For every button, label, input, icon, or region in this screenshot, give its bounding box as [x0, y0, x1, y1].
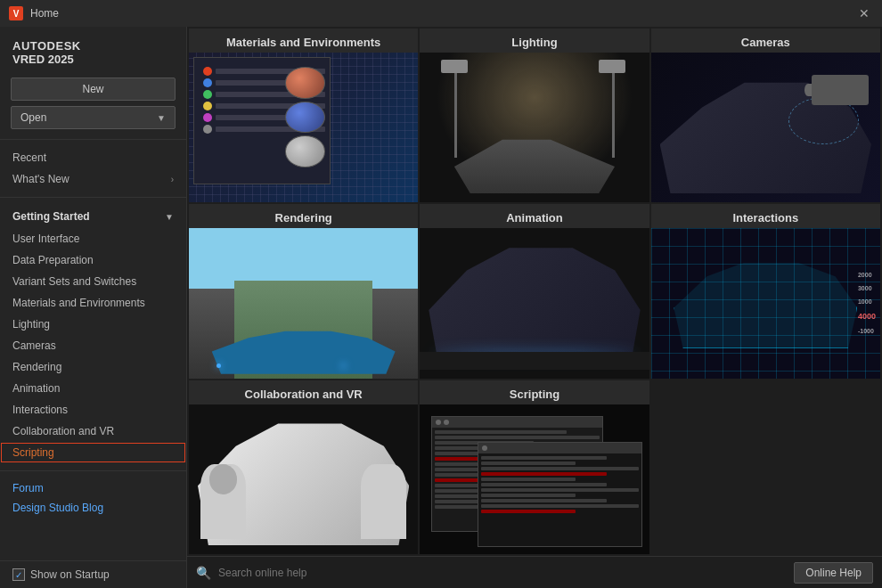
card-lighting-title: Lighting	[420, 29, 649, 53]
card-cameras[interactable]: Cameras	[651, 29, 880, 202]
collaboration-robot-left	[200, 464, 246, 539]
rendering-lights	[216, 363, 221, 368]
sidebar-item-rendering[interactable]: Rendering	[0, 356, 186, 378]
card-rendering-image	[189, 228, 418, 378]
open-label: Open	[20, 111, 46, 124]
sidebar-item-cameras[interactable]: Cameras	[0, 335, 186, 356]
card-rendering[interactable]: Rendering	[189, 204, 418, 378]
sidebar-item-collaboration[interactable]: Collaboration and VR	[0, 421, 186, 442]
company-name: AUTODESK	[12, 39, 174, 53]
light-stand-right	[612, 60, 615, 157]
sidebar-item-data-preparation[interactable]: Data Preparation	[0, 249, 186, 271]
close-button[interactable]: ✕	[855, 4, 873, 22]
animation-car	[429, 237, 640, 369]
forum-link[interactable]: Forum	[0, 478, 186, 498]
camera-device-icon	[812, 75, 869, 105]
card-animation[interactable]: Animation	[420, 204, 649, 378]
collaboration-robot-right	[361, 464, 406, 539]
show-on-startup-label: Show on Startup	[30, 568, 110, 581]
card-interactions-title: Interactions	[651, 204, 880, 228]
card-collaboration-image	[189, 404, 418, 554]
search-icon: 🔍	[196, 566, 211, 580]
card-scripting[interactable]: Scripting	[420, 380, 649, 554]
sidebar-item-interactions[interactable]: Interactions	[0, 399, 186, 421]
card-lighting-image	[420, 53, 649, 202]
sidebar-item-materials[interactable]: Materials and Environments	[0, 292, 186, 314]
whats-new-arrow: ›	[171, 175, 174, 184]
getting-started-header[interactable]: Getting Started ▼	[0, 205, 186, 228]
card-interactions-image: 2000 3000 1000 4000 -1000	[651, 228, 880, 378]
card-scripting-title: Scripting	[420, 380, 649, 404]
app-icon: V	[9, 6, 23, 20]
sidebar-item-user-interface[interactable]: User Interface	[0, 228, 186, 249]
sidebar-item-animation[interactable]: Animation	[0, 378, 186, 399]
whats-new-label: What's New	[12, 173, 69, 185]
blog-link[interactable]: Design Studio Blog	[0, 498, 186, 518]
open-button[interactable]: Open ▼	[11, 106, 176, 129]
brand: AUTODESK VRED 2025	[0, 27, 186, 75]
card-animation-title: Animation	[420, 204, 649, 228]
cards-grid: Materials and Environments	[187, 27, 882, 556]
new-button[interactable]: New	[11, 78, 176, 101]
card-rendering-title: Rendering	[189, 204, 418, 228]
card-cameras-title: Cameras	[651, 29, 880, 53]
getting-started-label: Getting Started	[12, 210, 90, 223]
search-input[interactable]	[218, 567, 787, 579]
light-stand-left	[454, 60, 457, 157]
card-collaboration-title: Collaboration and VR	[189, 380, 418, 404]
online-help-button[interactable]: Online Help	[794, 562, 873, 584]
sidebar-item-whats-new[interactable]: What's New ›	[0, 168, 186, 190]
interactions-numbers: 2000 3000 1000 4000 -1000	[651, 228, 880, 378]
open-arrow: ▼	[157, 113, 166, 123]
content-area: Materials and Environments	[187, 27, 882, 588]
getting-started-arrow: ▼	[165, 212, 174, 222]
window-title: Home	[30, 7, 855, 20]
card-scripting-image	[420, 404, 649, 554]
card-cameras-image	[651, 53, 880, 202]
sidebar: AUTODESK VRED 2025 New Open ▼ Recent Wha…	[0, 27, 187, 588]
divider-2	[0, 197, 186, 198]
card-collaboration[interactable]: Collaboration and VR	[189, 380, 418, 554]
divider-1	[0, 139, 186, 140]
divider-3	[0, 470, 186, 471]
sidebar-item-recent[interactable]: Recent	[0, 147, 186, 168]
card-animation-image	[420, 228, 649, 378]
card-materials[interactable]: Materials and Environments	[189, 29, 418, 202]
titlebar: V Home ✕	[0, 0, 882, 27]
card-lighting[interactable]: Lighting	[420, 29, 649, 202]
sidebar-item-lighting[interactable]: Lighting	[0, 314, 186, 335]
scripting-window-secondary	[478, 442, 642, 547]
search-bar: 🔍 Online Help	[187, 556, 882, 588]
show-on-startup-footer[interactable]: ✓ Show on Startup	[0, 560, 186, 588]
card-materials-title: Materials and Environments	[189, 29, 418, 53]
card-interactions[interactable]: Interactions 2000 3000 1000 4000 -1000	[651, 204, 880, 378]
product-name: VRED 2025	[12, 53, 174, 66]
card-materials-image	[189, 53, 418, 202]
animation-floor	[420, 352, 649, 370]
recent-label: Recent	[12, 151, 46, 164]
sidebar-item-scripting[interactable]: Scripting	[0, 442, 186, 463]
sidebar-item-variant-sets[interactable]: Variant Sets and Switches	[0, 271, 186, 292]
show-on-startup-checkbox[interactable]: ✓	[12, 568, 25, 581]
main-layout: AUTODESK VRED 2025 New Open ▼ Recent Wha…	[0, 27, 882, 588]
